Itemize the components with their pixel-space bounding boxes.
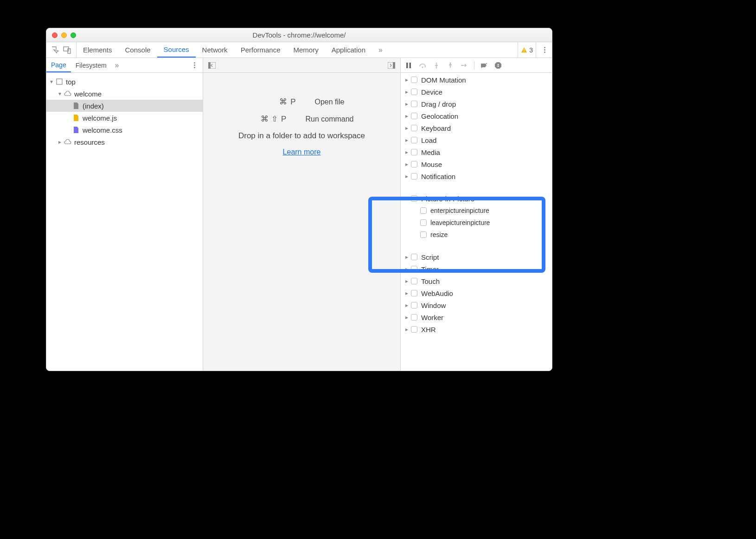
- tab-elements[interactable]: Elements: [77, 42, 119, 58]
- tree-welcome[interactable]: welcome: [46, 88, 203, 100]
- bp-label: DOM Mutation: [421, 76, 466, 84]
- tree-welcomejs[interactable]: welcome.js: [46, 112, 203, 124]
- checkbox[interactable]: [411, 101, 417, 107]
- disclosure-right-icon: [404, 90, 409, 94]
- sidebar-tabs-menu[interactable]: [186, 58, 203, 72]
- disclosure-right-icon: [404, 150, 409, 154]
- bp-label: Geolocation: [421, 112, 458, 120]
- bp-category[interactable]: Load: [401, 134, 552, 146]
- cloud-icon: [64, 90, 71, 97]
- checkbox[interactable]: [411, 254, 417, 260]
- sidebar-tabs-overflow[interactable]: »: [111, 58, 123, 72]
- checkbox[interactable]: [411, 89, 417, 95]
- pause-icon[interactable]: [404, 61, 413, 70]
- deactivate-breakpoints-icon[interactable]: [480, 61, 488, 70]
- checkbox[interactable]: [411, 77, 417, 83]
- tab-performance[interactable]: Performance: [234, 42, 287, 58]
- checkbox[interactable]: [420, 219, 427, 226]
- bp-label: Media: [421, 148, 440, 156]
- checkbox[interactable]: [411, 195, 417, 202]
- warnings-badge[interactable]: 3: [518, 42, 536, 58]
- tab-console[interactable]: Console: [119, 42, 157, 58]
- checkbox[interactable]: [411, 302, 417, 308]
- debugger-pane: DOM Mutation Device Drag / drop Geolocat…: [401, 58, 552, 371]
- checkbox[interactable]: [411, 173, 417, 180]
- bp-category[interactable]: Mouse: [401, 158, 552, 170]
- checkbox[interactable]: [420, 231, 427, 238]
- bp-category[interactable]: Touch: [401, 275, 552, 287]
- file-tree: top welcome (index) welcome.js we: [46, 73, 203, 371]
- disclosure-right-icon: [404, 303, 409, 308]
- checkbox[interactable]: [411, 149, 417, 155]
- checkbox[interactable]: [420, 207, 427, 214]
- css-file-icon: [72, 126, 80, 134]
- disclosure-right-icon: [404, 114, 409, 118]
- bp-category[interactable]: Geolocation: [401, 110, 552, 122]
- device-toggle-icon[interactable]: [63, 46, 71, 54]
- tree-resources[interactable]: resources: [46, 136, 203, 148]
- bp-pip-children: enterpictureinpicture leavepictureinpict…: [401, 205, 552, 241]
- settings-menu-icon[interactable]: [541, 46, 548, 54]
- tree-resources-label: resources: [74, 138, 105, 146]
- toolbar-left: [46, 42, 77, 58]
- tree-index[interactable]: (index): [46, 100, 203, 112]
- workspace-drop-hint: Drop in a folder to add to workspace: [238, 131, 365, 141]
- document-icon: [72, 102, 80, 109]
- bp-category[interactable]: Timer: [401, 263, 552, 275]
- disclosure-right-icon: [404, 267, 409, 271]
- step-over-icon[interactable]: [418, 61, 427, 70]
- bp-label: Keyboard: [421, 124, 451, 132]
- bp-category[interactable]: Drag / drop: [401, 98, 552, 110]
- svg-point-14: [461, 64, 463, 66]
- bp-category[interactable]: Device: [401, 86, 552, 98]
- show-navigator-icon[interactable]: [208, 61, 216, 70]
- step-out-icon[interactable]: [446, 61, 455, 70]
- disclosure-right-icon: [404, 315, 409, 320]
- learn-more-link[interactable]: Learn more: [283, 148, 321, 156]
- tree-welcomecss[interactable]: welcome.css: [46, 124, 203, 136]
- checkbox[interactable]: [411, 314, 417, 321]
- tab-application[interactable]: Application: [325, 42, 372, 58]
- bp-category[interactable]: Notification: [401, 170, 552, 182]
- svg-rect-6: [208, 62, 211, 69]
- checkbox[interactable]: [411, 290, 417, 296]
- checkbox[interactable]: [411, 326, 417, 333]
- bp-label: WebAudio: [421, 289, 453, 297]
- tabs-overflow[interactable]: »: [372, 42, 389, 58]
- bp-category[interactable]: Media: [401, 146, 552, 158]
- bp-label: Worker: [421, 314, 443, 321]
- bp-label: Drag / drop: [421, 100, 456, 108]
- svg-rect-2: [524, 49, 525, 51]
- checkbox[interactable]: [411, 125, 417, 131]
- tab-memory[interactable]: Memory: [287, 42, 325, 58]
- bp-category[interactable]: XHR: [401, 323, 552, 335]
- tree-top[interactable]: top: [46, 76, 203, 88]
- checkbox[interactable]: [411, 137, 417, 143]
- bp-child[interactable]: resize: [420, 229, 552, 241]
- bp-picture-in-picture[interactable]: Picture-in-Picture: [401, 192, 552, 205]
- bp-category[interactable]: Script: [401, 251, 552, 263]
- checkbox[interactable]: [411, 266, 417, 272]
- sidebar-tab-page[interactable]: Page: [46, 58, 71, 72]
- show-debugger-icon[interactable]: [387, 61, 396, 70]
- step-icon[interactable]: [460, 61, 468, 70]
- svg-point-12: [436, 67, 437, 68]
- tab-network[interactable]: Network: [196, 42, 234, 58]
- bp-category[interactable]: Window: [401, 299, 552, 311]
- sidebar-tab-filesystem[interactable]: Filesystem: [71, 58, 111, 72]
- bp-child[interactable]: leavepictureinpicture: [420, 217, 552, 229]
- bp-child[interactable]: enterpictureinpicture: [420, 205, 552, 217]
- bp-category[interactable]: WebAudio: [401, 287, 552, 299]
- pause-on-exceptions-icon[interactable]: [494, 61, 502, 70]
- bp-category[interactable]: Worker: [401, 311, 552, 323]
- checkbox[interactable]: [411, 113, 417, 119]
- event-listener-breakpoints: DOM Mutation Device Drag / drop Geolocat…: [401, 73, 552, 371]
- checkbox[interactable]: [411, 278, 417, 284]
- sidebar-tabs: Page Filesystem »: [46, 58, 203, 73]
- bp-category[interactable]: Keyboard: [401, 122, 552, 134]
- step-into-icon[interactable]: [432, 61, 441, 70]
- checkbox[interactable]: [411, 161, 417, 167]
- tab-sources[interactable]: Sources: [157, 42, 196, 58]
- bp-category[interactable]: DOM Mutation: [401, 74, 552, 86]
- inspect-element-icon[interactable]: [51, 46, 59, 54]
